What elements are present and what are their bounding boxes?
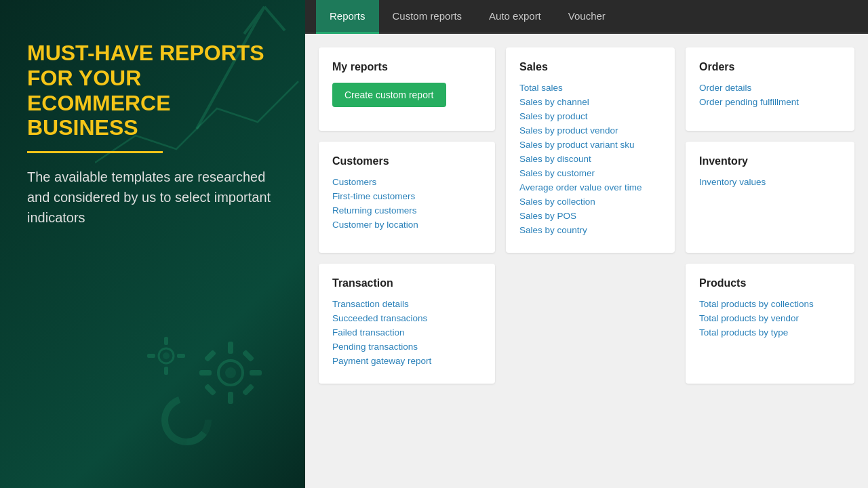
svg-rect-16 xyxy=(164,367,168,375)
link-sales-by-product-variant-sku[interactable]: Sales by product variant sku xyxy=(519,140,661,150)
link-total-products-by-vendor[interactable]: Total products by vendor xyxy=(699,313,841,323)
card-transaction-title: Transaction xyxy=(332,277,481,289)
card-my-reports: My reports Create custom report xyxy=(319,47,495,131)
card-inventory-title: Inventory xyxy=(699,155,841,167)
svg-rect-10 xyxy=(242,350,254,362)
link-total-sales[interactable]: Total sales xyxy=(519,83,661,93)
link-sales-by-customer[interactable]: Sales by customer xyxy=(519,168,661,178)
svg-line-2 xyxy=(264,7,285,30)
card-customers: Customers Customers First-time customers… xyxy=(319,142,495,253)
content-area: My reports Create custom report Customer… xyxy=(305,34,868,488)
heading-main: MUST-HAVE REPORTS FOR YOUR ECOMMERCE BUS… xyxy=(27,41,278,153)
card-sales-title: Sales xyxy=(519,61,661,73)
link-first-time-customers[interactable]: First-time customers xyxy=(332,191,481,201)
tab-auto-export[interactable]: Auto export xyxy=(475,0,555,34)
svg-rect-12 xyxy=(242,384,254,396)
link-order-details[interactable]: Order details xyxy=(699,83,841,93)
link-succeeded-transactions[interactable]: Succeeded transacions xyxy=(332,313,481,323)
link-sales-by-discount[interactable]: Sales by discount xyxy=(519,154,661,164)
card-products: Products Total products by collections T… xyxy=(686,264,854,384)
link-sales-by-product-vendor[interactable]: Sales by product vendor xyxy=(519,125,661,136)
svg-line-1 xyxy=(244,7,264,34)
svg-rect-9 xyxy=(204,350,216,362)
svg-rect-7 xyxy=(199,370,212,375)
link-failed-transaction[interactable]: Failed transaction xyxy=(332,327,481,338)
card-customers-title: Customers xyxy=(332,155,481,167)
svg-point-4 xyxy=(225,367,236,378)
svg-point-14 xyxy=(163,352,170,359)
left-panel: MUST-HAVE REPORTS FOR YOUR ECOMMERCE BUS… xyxy=(0,0,305,488)
link-inventory-values[interactable]: Inventory values xyxy=(699,177,841,187)
nav-tabs: Reports Custom reports Auto export Vouch… xyxy=(305,0,868,34)
link-customer-by-location[interactable]: Customer by location xyxy=(332,220,481,230)
right-panel: Reports Custom reports Auto export Vouch… xyxy=(305,0,868,488)
svg-rect-15 xyxy=(164,337,168,345)
link-customers[interactable]: Customers xyxy=(332,177,481,187)
tab-voucher[interactable]: Voucher xyxy=(555,0,619,34)
svg-rect-17 xyxy=(147,354,155,358)
link-sales-by-country[interactable]: Sales by country xyxy=(519,225,661,235)
link-returning-customers[interactable]: Returning customers xyxy=(332,205,481,216)
svg-rect-8 xyxy=(250,370,262,375)
heading-divider xyxy=(27,151,163,153)
gear-small-decoration xyxy=(146,336,186,376)
card-transaction: Transaction Transaction details Succeede… xyxy=(319,264,495,384)
link-order-pending-fulfillment[interactable]: Order pending fulfillment xyxy=(699,97,841,107)
link-transaction-details[interactable]: Transaction details xyxy=(332,299,481,309)
link-total-products-by-type[interactable]: Total products by type xyxy=(699,327,841,338)
svg-rect-18 xyxy=(177,354,185,358)
card-inventory: Inventory Inventory values xyxy=(686,142,854,253)
subtext: The available templates are researched a… xyxy=(27,167,278,228)
link-sales-by-pos[interactable]: Sales by POS xyxy=(519,211,661,221)
link-pending-transactions[interactable]: Pending transactions xyxy=(332,342,481,352)
donut-decoration xyxy=(156,390,217,451)
svg-rect-5 xyxy=(228,342,233,354)
link-average-order-value[interactable]: Average order value over time xyxy=(519,182,661,192)
svg-rect-6 xyxy=(228,392,233,404)
card-orders-title: Orders xyxy=(699,61,841,73)
link-sales-by-product[interactable]: Sales by product xyxy=(519,111,661,121)
link-sales-by-collection[interactable]: Sales by collection xyxy=(519,197,661,207)
tab-custom-reports[interactable]: Custom reports xyxy=(379,0,476,34)
create-custom-report-button[interactable]: Create custom report xyxy=(332,83,446,107)
card-products-title: Products xyxy=(699,277,841,289)
card-my-reports-title: My reports xyxy=(332,61,481,73)
tab-reports[interactable]: Reports xyxy=(316,0,379,34)
card-sales: Sales Total sales Sales by channel Sales… xyxy=(506,47,675,253)
link-total-products-by-collections[interactable]: Total products by collections xyxy=(699,299,841,309)
link-payment-gateway-report[interactable]: Payment gateway report xyxy=(332,356,481,366)
link-sales-by-channel[interactable]: Sales by channel xyxy=(519,97,661,107)
card-orders: Orders Order details Order pending fulfi… xyxy=(686,47,854,131)
